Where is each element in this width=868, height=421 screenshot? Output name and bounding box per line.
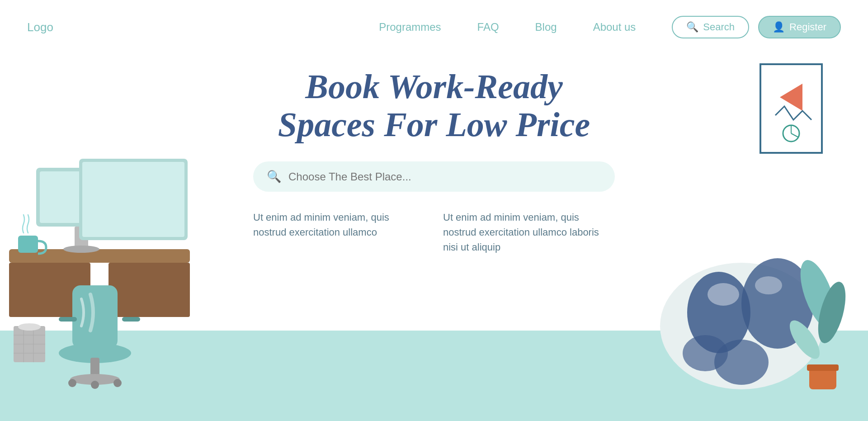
nav-link-programmes[interactable]: Programmes [379, 21, 441, 33]
svg-rect-18 [122, 317, 140, 322]
desk-illustration [0, 123, 208, 394]
svg-rect-15 [72, 285, 118, 349]
hero-search-input[interactable] [288, 170, 601, 183]
svg-rect-42 [807, 364, 839, 371]
desc-right: Ut enim ad minim veniam, quis nostrud ex… [443, 210, 615, 255]
search-button[interactable]: 🔍 Search [672, 16, 749, 38]
hero-title: Book Work-Ready Spaces for Low Price [253, 68, 615, 143]
nav-link-faq[interactable]: FAQ [477, 21, 499, 33]
hero-search-bar[interactable]: 🔍 [253, 161, 615, 192]
svg-point-36 [708, 283, 739, 306]
wall-picture [760, 63, 823, 154]
navbar: Logo Programmes FAQ Blog About us 🔍 Sear… [0, 0, 868, 54]
hero-title-line2: Spaces for Low Price [278, 105, 590, 143]
svg-point-22 [91, 381, 99, 389]
svg-rect-17 [59, 317, 77, 322]
svg-point-21 [68, 379, 76, 387]
svg-rect-13 [82, 162, 184, 237]
svg-point-30 [18, 323, 41, 331]
svg-rect-19 [90, 358, 99, 376]
register-button[interactable]: 👤 Register [758, 16, 841, 38]
search-icon: 🔍 [686, 21, 698, 33]
hero-section: Book Work-Ready Spaces for Low Price 🔍 U… [0, 54, 868, 421]
user-icon: 👤 [773, 21, 785, 33]
desc-left: Ut enim ad minim veniam, quis nostrud ex… [253, 210, 425, 255]
bean-bag-illustration [651, 213, 841, 394]
description-columns: Ut enim ad minim veniam, quis nostrud ex… [253, 210, 615, 255]
svg-rect-6 [108, 263, 190, 317]
search-label: Search [703, 21, 735, 33]
svg-point-23 [113, 379, 122, 387]
search-icon: 🔍 [267, 170, 281, 184]
main-content: Book Work-Ready Spaces for Low Price 🔍 U… [253, 68, 615, 255]
svg-point-11 [63, 246, 99, 253]
svg-point-37 [755, 276, 782, 294]
nav-actions: 🔍 Search 👤 Register [672, 16, 841, 38]
svg-point-35 [683, 335, 728, 371]
nav-link-about[interactable]: About us [593, 21, 636, 33]
svg-rect-14 [18, 236, 38, 253]
nav-links: Programmes FAQ Blog About us [379, 21, 636, 33]
svg-line-3 [791, 133, 798, 137]
logo: Logo [27, 20, 53, 34]
nav-link-blog[interactable]: Blog [535, 21, 557, 33]
hero-title-line1: Book Work-Ready [305, 67, 562, 105]
register-label: Register [789, 21, 826, 33]
